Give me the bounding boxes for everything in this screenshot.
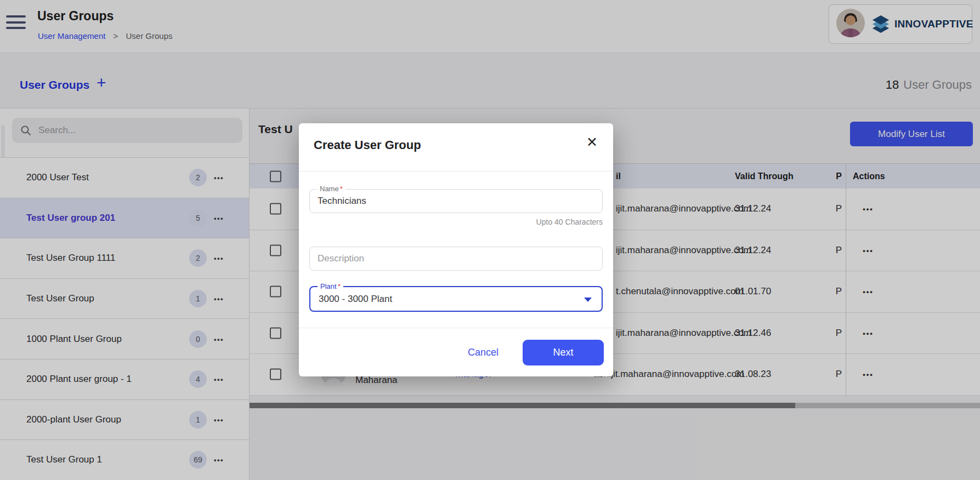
- modal-actions: Cancel Next: [468, 339, 604, 366]
- close-icon[interactable]: ✕: [586, 135, 598, 149]
- create-user-group-modal: Create User Group ✕ Name* Upto 40 Charac…: [299, 123, 613, 376]
- plant-field-label: Plant*: [318, 282, 343, 292]
- caret-down-icon[interactable]: [584, 298, 592, 302]
- divider: [299, 171, 613, 172]
- group-name-input[interactable]: [310, 190, 602, 213]
- modal-title: Create User Group: [314, 138, 421, 152]
- plant-select[interactable]: Plant* 3000 - 3000 Plant: [309, 286, 603, 312]
- required-asterisk: *: [340, 185, 343, 193]
- app-window: User Groups User Management > User Group…: [0, 0, 980, 480]
- name-field: Name*: [309, 189, 603, 213]
- cancel-button[interactable]: Cancel: [468, 347, 499, 358]
- description-field: [309, 247, 603, 271]
- name-character-hint: Upto 40 Characters: [536, 218, 603, 226]
- plant-selected-value: 3000 - 3000 Plant: [319, 294, 392, 305]
- description-input[interactable]: [310, 247, 602, 270]
- divider: [299, 328, 613, 328]
- required-asterisk: *: [338, 282, 341, 290]
- next-button[interactable]: Next: [523, 340, 604, 365]
- name-field-label: Name*: [317, 185, 345, 194]
